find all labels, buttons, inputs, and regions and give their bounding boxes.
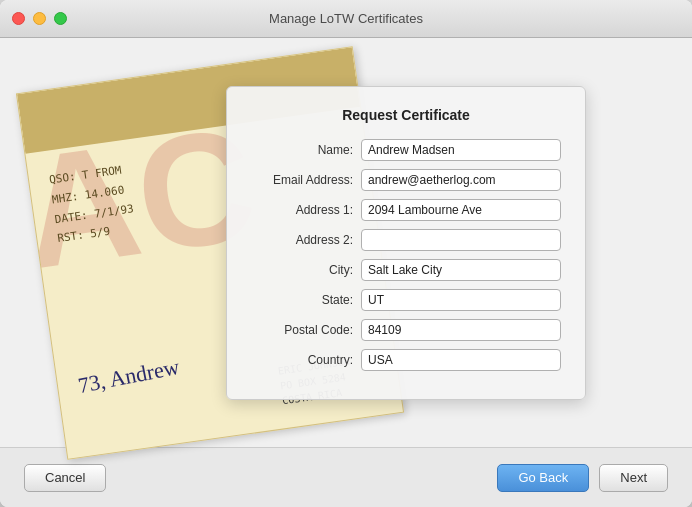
- input-postal[interactable]: [361, 319, 561, 341]
- label-email: Email Address:: [251, 173, 361, 187]
- traffic-lights: [12, 12, 67, 25]
- go-back-button[interactable]: Go Back: [497, 464, 589, 492]
- input-email[interactable]: [361, 169, 561, 191]
- qsl-text: QSO: T FROM MHZ: 14.060 DATE: 7/1/93 RST…: [48, 160, 138, 249]
- minimize-button[interactable]: [33, 12, 46, 25]
- label-name: Name:: [251, 143, 361, 157]
- qsl-handwriting: 73, Andrew: [76, 354, 182, 399]
- input-address2[interactable]: [361, 229, 561, 251]
- label-address2: Address 2:: [251, 233, 361, 247]
- label-city: City:: [251, 263, 361, 277]
- field-row-address1: Address 1:: [251, 199, 561, 221]
- field-row-state: State:: [251, 289, 561, 311]
- field-row-name: Name:: [251, 139, 561, 161]
- input-city[interactable]: [361, 259, 561, 281]
- bottom-bar: Cancel Go Back Next: [0, 447, 692, 507]
- input-name[interactable]: [361, 139, 561, 161]
- label-postal: Postal Code:: [251, 323, 361, 337]
- title-bar: Manage LoTW Certificates: [0, 0, 692, 38]
- field-row-email: Email Address:: [251, 169, 561, 191]
- label-state: State:: [251, 293, 361, 307]
- label-country: Country:: [251, 353, 361, 367]
- field-row-address2: Address 2:: [251, 229, 561, 251]
- form-panel: Request Certificate Name: Email Address:…: [226, 86, 586, 400]
- field-row-city: City:: [251, 259, 561, 281]
- content-area: AC QSO: T FROM MHZ: 14.060 DATE: 7/1/93 …: [0, 38, 692, 447]
- window-title: Manage LoTW Certificates: [269, 11, 423, 26]
- form-title: Request Certificate: [251, 107, 561, 123]
- input-state[interactable]: [361, 289, 561, 311]
- next-button[interactable]: Next: [599, 464, 668, 492]
- input-address1[interactable]: [361, 199, 561, 221]
- window: Manage LoTW Certificates AC QSO: T FROM …: [0, 0, 692, 507]
- input-country[interactable]: [361, 349, 561, 371]
- field-row-postal: Postal Code:: [251, 319, 561, 341]
- maximize-button[interactable]: [54, 12, 67, 25]
- field-row-country: Country:: [251, 349, 561, 371]
- label-address1: Address 1:: [251, 203, 361, 217]
- cancel-button[interactable]: Cancel: [24, 464, 106, 492]
- close-button[interactable]: [12, 12, 25, 25]
